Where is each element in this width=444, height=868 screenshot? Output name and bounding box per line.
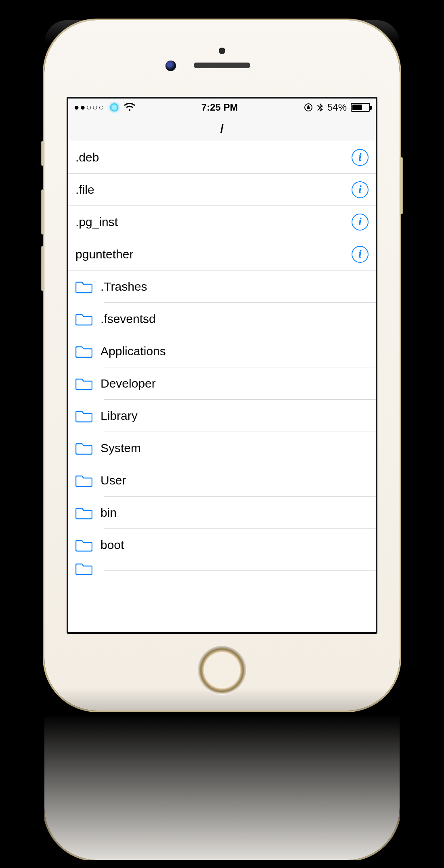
- folder-name: Applications: [101, 344, 369, 358]
- folder-name: Library: [101, 409, 369, 423]
- folder-icon: [75, 562, 92, 575]
- folder-icon: [75, 409, 92, 423]
- info-icon[interactable]: i: [352, 246, 369, 263]
- file-name: .pg_inst: [75, 215, 352, 229]
- folder-icon: [75, 344, 92, 358]
- status-bar: ●●○○○ 7:25 PM 54%: [68, 99, 376, 116]
- battery-percent: 54%: [327, 102, 347, 113]
- folder-name: .Trashes: [101, 280, 369, 294]
- cell-signal-icon: ●●○○○: [74, 102, 105, 113]
- folder-name: Developer: [101, 377, 369, 390]
- wifi-icon: [124, 103, 135, 112]
- folder-name: bin: [101, 506, 369, 520]
- file-name: .deb: [75, 151, 352, 164]
- file-row[interactable]: .deb i: [68, 141, 376, 174]
- screen: ●●○○○ 7:25 PM 54%: [67, 97, 377, 634]
- folder-row[interactable]: User: [68, 464, 376, 497]
- mute-switch: [42, 141, 44, 166]
- folder-icon: [75, 377, 92, 390]
- info-icon[interactable]: i: [352, 214, 369, 231]
- folder-icon: [75, 474, 92, 487]
- folder-name: System: [101, 441, 369, 455]
- folder-row[interactable]: Developer: [68, 367, 376, 400]
- folder-row[interactable]: System: [68, 432, 376, 464]
- file-name: pguntether: [75, 247, 352, 261]
- folder-row[interactable]: boot: [68, 529, 376, 561]
- battery-icon: [351, 103, 370, 112]
- page-title: /: [220, 122, 224, 136]
- file-row[interactable]: .pg_inst i: [68, 206, 376, 238]
- folder-name: .fseventsd: [101, 312, 369, 326]
- navigation-bar: /: [68, 116, 376, 141]
- folder-row[interactable]: .Trashes: [68, 270, 376, 303]
- volume-down-button: [42, 246, 44, 291]
- home-button[interactable]: [198, 646, 246, 694]
- folder-row[interactable]: Library: [68, 400, 376, 432]
- folder-row[interactable]: bin: [68, 497, 376, 529]
- volume-up-button: [42, 190, 44, 234]
- folder-row[interactable]: .fseventsd: [68, 303, 376, 335]
- carrier-icon: [109, 102, 120, 113]
- folder-row[interactable]: Applications: [68, 335, 376, 367]
- file-row[interactable]: pguntether i: [68, 238, 376, 270]
- folder-name: User: [101, 474, 369, 487]
- proximity-sensor: [219, 48, 225, 54]
- folder-icon: [75, 441, 92, 455]
- folder-name: boot: [101, 538, 369, 552]
- folder-icon: [75, 312, 92, 326]
- earpiece-speaker: [194, 63, 250, 68]
- front-camera: [165, 61, 176, 71]
- bluetooth-icon: [317, 103, 323, 112]
- power-button: [400, 157, 402, 214]
- folder-icon: [75, 538, 92, 552]
- info-icon[interactable]: i: [352, 149, 369, 166]
- iphone-device-frame: ●●○○○ 7:25 PM 54%: [44, 20, 400, 711]
- device-reflection: boot: [44, 715, 400, 860]
- orientation-lock-icon: [304, 103, 313, 112]
- folder-icon: [75, 280, 92, 294]
- status-time: 7:25 PM: [201, 102, 238, 113]
- folder-row-partial[interactable]: [68, 561, 376, 571]
- file-row[interactable]: .file i: [68, 174, 376, 206]
- file-name: .file: [75, 183, 352, 197]
- info-icon[interactable]: i: [352, 181, 369, 198]
- folder-icon: [75, 506, 92, 520]
- file-list[interactable]: .deb i .file i .pg_inst i pguntether i: [68, 141, 376, 571]
